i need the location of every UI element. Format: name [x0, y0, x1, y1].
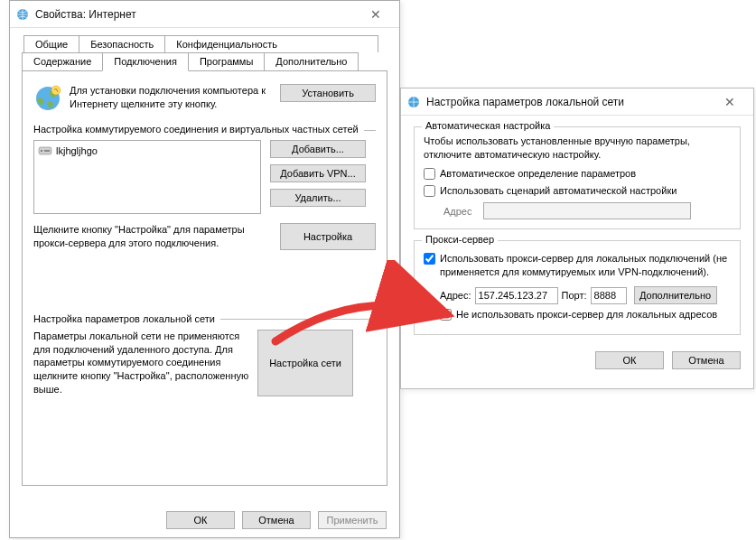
delete-button[interactable]: Удалить...	[270, 189, 366, 207]
lan-description: Параметры локальной сети не применяются …	[33, 330, 257, 396]
bypass-local-checkbox[interactable]	[440, 309, 452, 321]
add-vpn-button[interactable]: Добавить VPN...	[270, 164, 366, 182]
use-proxy-row[interactable]: Использовать прокси-сервер для локальных…	[424, 252, 731, 279]
proxy-advanced-button[interactable]: Дополнительно	[634, 286, 717, 304]
dialog-title: Свойства: Интернет	[35, 8, 358, 21]
use-script-row[interactable]: Использовать сценарий автоматической нас…	[424, 184, 731, 198]
script-address-input	[483, 202, 691, 219]
internet-options-icon	[15, 7, 30, 22]
use-proxy-label: Использовать прокси-сервер для локальных…	[440, 252, 731, 279]
lan-section-label: Настройка параметров локальной сети	[33, 313, 376, 324]
titlebar: Свойства: Интернет ✕	[10, 1, 399, 28]
lan-settings-button[interactable]: Настройка сети	[257, 330, 353, 396]
setup-description: Для установки подключения компьютера к И…	[70, 84, 280, 111]
auto-config-text: Чтобы использовать установленные вручную…	[424, 135, 731, 162]
internet-properties-dialog: Свойства: Интернет ✕ Общие Безопасность …	[9, 0, 400, 538]
auto-detect-label: Автоматическое определение параметров	[440, 167, 636, 181]
dialup-section-label: Настройка коммутируемого соединения и ви…	[33, 124, 376, 135]
lan-settings-dialog: Настройка параметров локальной сети ✕ Ав…	[400, 88, 754, 389]
script-address-label: Адрес	[443, 206, 480, 217]
cancel-button[interactable]: Отмена	[672, 351, 741, 369]
svg-point-2	[51, 86, 61, 95]
ok-button[interactable]: ОК	[166, 511, 235, 529]
auto-config-legend: Автоматическая настройка	[422, 120, 554, 131]
tab-connections[interactable]: Подключения	[102, 52, 189, 71]
auto-detect-checkbox[interactable]	[424, 168, 435, 180]
proxy-port-label: Порт:	[562, 290, 587, 301]
proxy-address-label: Адрес:	[440, 290, 471, 301]
cancel-button[interactable]: Отмена	[242, 511, 311, 529]
dialog-title: Настройка параметров локальной сети	[426, 96, 712, 108]
add-button[interactable]: Добавить...	[270, 140, 366, 158]
svg-rect-5	[44, 150, 50, 152]
use-script-label: Использовать сценарий автоматической нас…	[440, 184, 677, 198]
modem-icon	[38, 144, 52, 157]
proxy-legend: Прокси-сервер	[422, 234, 498, 245]
close-button[interactable]: ✕	[358, 2, 394, 27]
tabs-container: Общие Безопасность Конфиденциальность Со…	[22, 35, 387, 70]
tab-privacy[interactable]: Конфиденциальность	[164, 35, 378, 52]
tab-advanced[interactable]: Дополнительно	[264, 52, 359, 70]
bypass-local-row[interactable]: Не использовать прокси-сервер для локаль…	[440, 308, 731, 321]
settings-note: Щелкните кнопку "Настройка" для параметр…	[33, 223, 280, 250]
connections-listbox[interactable]: lkjhgljhgo	[33, 140, 261, 214]
titlebar: Настройка параметров локальной сети ✕	[401, 88, 753, 116]
use-script-checkbox[interactable]	[424, 185, 435, 197]
tab-security[interactable]: Безопасность	[79, 35, 165, 52]
install-button[interactable]: Установить	[280, 84, 376, 102]
connections-panel: Для установки подключения компьютера к И…	[22, 70, 387, 486]
list-item[interactable]: lkjhgljhgo	[38, 144, 257, 158]
proxy-fieldset: Прокси-сервер Использовать прокси-сервер…	[414, 240, 741, 335]
ok-button[interactable]: ОК	[595, 351, 664, 369]
close-button[interactable]: ✕	[712, 89, 748, 115]
tab-programs[interactable]: Программы	[188, 52, 265, 70]
auto-detect-row[interactable]: Автоматическое определение параметров	[424, 167, 731, 181]
globe-world-icon	[33, 84, 62, 113]
svg-point-4	[41, 150, 42, 152]
proxy-port-input[interactable]	[591, 287, 627, 304]
tab-general[interactable]: Общие	[23, 35, 79, 52]
bypass-local-label: Не использовать прокси-сервер для локаль…	[456, 308, 717, 321]
internet-options-icon	[406, 95, 421, 109]
apply-button[interactable]: Применить	[318, 511, 387, 529]
use-proxy-checkbox[interactable]	[424, 253, 435, 265]
auto-config-fieldset: Автоматическая настройка Чтобы использов…	[414, 126, 741, 229]
tab-content[interactable]: Содержание	[22, 52, 103, 70]
connection-settings-button[interactable]: Настройка	[280, 223, 376, 250]
proxy-address-input[interactable]	[475, 287, 558, 304]
